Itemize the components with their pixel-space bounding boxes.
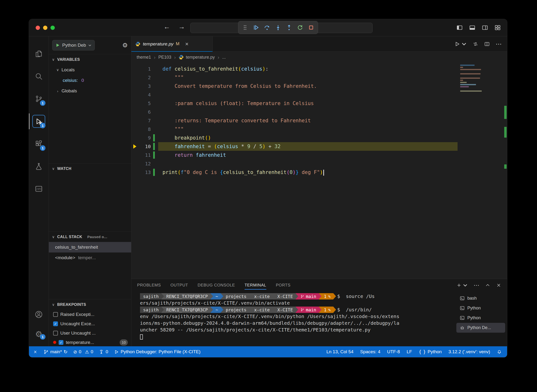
variables-section-header[interactable]: ∨ VARIABLES bbox=[49, 54, 131, 65]
terminal-prompt-line[interactable]: sajithRENCI_TX7QFQR3CP~projectsx-citeX-C… bbox=[140, 306, 456, 313]
call-stack-frame[interactable]: <module>temper... bbox=[49, 252, 131, 263]
run-python-file-button[interactable] bbox=[454, 41, 467, 47]
zoom-window-button[interactable] bbox=[50, 26, 55, 30]
variable-row[interactable]: celsius:0 bbox=[49, 75, 131, 86]
breakpoint-checkbox[interactable]: ✓ bbox=[53, 321, 58, 326]
terminal-output[interactable]: sajithRENCI_TX7QFQR3CP~projectsx-citeX-C… bbox=[131, 291, 456, 346]
editor-more-actions-icon[interactable]: ⋯ bbox=[496, 41, 502, 47]
statusbar-eol[interactable]: LF bbox=[407, 349, 412, 354]
code-line[interactable]: 9 breakpoint() bbox=[131, 134, 458, 142]
breakpoint-checkbox[interactable]: ✓ bbox=[59, 340, 63, 345]
statusbar-debug-status[interactable]: Python Debugger: Python File (X-CITE) bbox=[114, 349, 201, 354]
code-gutter[interactable]: 8 bbox=[131, 125, 158, 134]
breakpoint-checkbox[interactable] bbox=[53, 331, 58, 336]
watch-section-header[interactable]: ∨ WATCH bbox=[49, 163, 131, 174]
statusbar-notifications[interactable] bbox=[497, 349, 502, 354]
call-stack-frame[interactable]: celsius_to_fahrenheit bbox=[49, 242, 131, 252]
breakpoints-section-header[interactable]: ∨ BREAKPOINTS bbox=[49, 299, 131, 310]
breakpoint-row[interactable]: Raised Excepti... bbox=[49, 310, 131, 319]
code-line[interactable]: 6 bbox=[131, 108, 458, 116]
panel-tab-terminal[interactable]: TERMINAL bbox=[245, 279, 266, 291]
statusbar-cursor-position[interactable]: Ln 13, Col 54 bbox=[326, 349, 353, 354]
activity-item-explorer[interactable] bbox=[29, 43, 49, 65]
code-line[interactable]: 3 Convert temperature from Celsius to Fa… bbox=[131, 82, 458, 90]
code-gutter[interactable]: 11 bbox=[131, 151, 158, 159]
panel-tab-debug-console[interactable]: DEBUG CONSOLE bbox=[198, 279, 235, 291]
code-line[interactable]: 2 """ bbox=[131, 73, 458, 82]
minimap[interactable] bbox=[459, 65, 495, 93]
breakpoint-row[interactable]: User Uncaught ... bbox=[49, 328, 131, 338]
debug-launch-dropdown[interactable]: Python Deb bbox=[52, 40, 95, 50]
code-gutter[interactable]: 1 bbox=[131, 65, 158, 73]
statusbar-language[interactable]: { }Python bbox=[419, 349, 442, 354]
breakpoint-checkbox[interactable] bbox=[53, 312, 58, 317]
terminal-instance-bash[interactable]: bash bbox=[456, 293, 505, 303]
code-line[interactable]: 5 :param celsius (float): Temperature in… bbox=[131, 99, 458, 108]
statusbar-remote[interactable] bbox=[33, 349, 38, 354]
drag-grip-icon[interactable] bbox=[242, 24, 248, 31]
activity-item-accounts[interactable] bbox=[29, 305, 49, 324]
panel-tab-ports[interactable]: PORTS bbox=[276, 279, 291, 291]
toggle-panel-icon[interactable] bbox=[469, 24, 475, 31]
stop-button[interactable] bbox=[308, 24, 314, 31]
terminal-text-line[interactable]: ers/sajith/projects/x-cite/X-CITE/.venv/… bbox=[140, 300, 456, 306]
statusbar-ports-forwarded[interactable]: 0 bbox=[99, 349, 108, 354]
panel-tab-output[interactable]: OUTPUT bbox=[170, 279, 188, 291]
step-out-button[interactable] bbox=[286, 24, 292, 31]
code-line[interactable]: 4 bbox=[131, 90, 458, 99]
code-gutter[interactable]: 6 bbox=[131, 108, 158, 116]
statusbar-problems[interactable]: ⊘0⚠0 bbox=[73, 349, 93, 354]
tab-temperature-py[interactable]: temperature.py M × bbox=[131, 36, 213, 51]
forward-button[interactable]: → bbox=[178, 23, 185, 31]
statusbar-branch[interactable]: main*↻ bbox=[44, 349, 67, 355]
terminal-text-line[interactable]: ions/ms-python.debugpy-2024.4.0-darwin-a… bbox=[140, 320, 456, 326]
breadcrumb-item[interactable]: PE103 bbox=[158, 55, 171, 60]
terminal-prompt-line[interactable]: sajithRENCI_TX7QFQR3CP~projectsx-citeX-C… bbox=[140, 293, 456, 300]
code-gutter[interactable]: 7 bbox=[131, 116, 158, 125]
overview-ruler[interactable] bbox=[504, 63, 507, 279]
breadcrumb-item[interactable]: ... bbox=[222, 55, 226, 60]
statusbar-indentation[interactable]: Spaces: 4 bbox=[360, 349, 380, 354]
terminal-instance-python[interactable]: Python bbox=[456, 303, 505, 313]
close-panel-icon[interactable] bbox=[496, 283, 501, 288]
activity-item-settings[interactable]: ⚙1 bbox=[29, 324, 49, 344]
code-gutter[interactable]: 4 bbox=[131, 90, 158, 99]
terminal-text-line[interactable]: env /Users/sajith/projects/x-cite/X-CITE… bbox=[140, 313, 456, 320]
toggle-secondary-sidebar-icon[interactable] bbox=[482, 24, 488, 31]
code-line[interactable]: 12 bbox=[131, 159, 458, 168]
new-terminal-button[interactable] bbox=[456, 283, 468, 288]
step-into-button[interactable] bbox=[275, 24, 281, 31]
code-gutter[interactable]: 3 bbox=[131, 82, 158, 90]
statusbar-python-version[interactable]: 3.12.2 ('.venv': venv) bbox=[448, 349, 490, 354]
code-line[interactable]: 10 fahrenheit = (celsius * 9 / 5) + 32 bbox=[131, 142, 458, 151]
terminal-instance-python-de-[interactable]: Python De... bbox=[456, 323, 505, 333]
activity-item-api[interactable]: /API bbox=[29, 178, 49, 200]
close-window-button[interactable] bbox=[36, 26, 40, 30]
code-gutter[interactable]: 2 bbox=[131, 73, 158, 82]
code-gutter[interactable]: 13 bbox=[131, 168, 158, 177]
call-stack-section-header[interactable]: ∨ CALL STACK Paused o... bbox=[49, 231, 131, 242]
activity-item-testing[interactable] bbox=[29, 155, 49, 178]
step-over-button[interactable] bbox=[264, 24, 270, 31]
code-gutter[interactable]: 10 bbox=[131, 142, 158, 151]
terminal-cursor-line[interactable] bbox=[140, 333, 456, 340]
code-line[interactable]: 13print(f"0 deg C is {celsius_to_fahrenh… bbox=[131, 168, 458, 177]
breadcrumb-item[interactable]: theme1 bbox=[137, 55, 151, 60]
start-debugging-icon[interactable] bbox=[55, 43, 60, 48]
back-button[interactable]: ← bbox=[163, 23, 170, 31]
customize-layout-icon[interactable] bbox=[494, 24, 501, 31]
breakpoint-row[interactable]: ✓Uncaught Exce... bbox=[49, 319, 131, 328]
minimize-window-button[interactable] bbox=[43, 26, 47, 30]
code-line[interactable]: 8 """ bbox=[131, 125, 458, 134]
toggle-primary-sidebar-icon[interactable] bbox=[456, 24, 463, 31]
activity-item-run-and-debug[interactable]: 1 bbox=[29, 110, 49, 133]
globals-group[interactable]: › Globals bbox=[49, 86, 131, 96]
restart-button[interactable] bbox=[297, 24, 303, 31]
code-editor[interactable]: 1def celsius_to_fahrenheit(celsius):2 ""… bbox=[131, 63, 507, 279]
activity-item-search[interactable] bbox=[29, 65, 49, 88]
code-gutter[interactable]: 5 bbox=[131, 99, 158, 108]
continue-button[interactable] bbox=[253, 24, 259, 31]
debug-settings-gear-icon[interactable]: ⚙ bbox=[122, 42, 128, 49]
close-tab-icon[interactable]: × bbox=[185, 41, 189, 47]
activity-item-source-control[interactable]: 1 bbox=[29, 88, 49, 110]
